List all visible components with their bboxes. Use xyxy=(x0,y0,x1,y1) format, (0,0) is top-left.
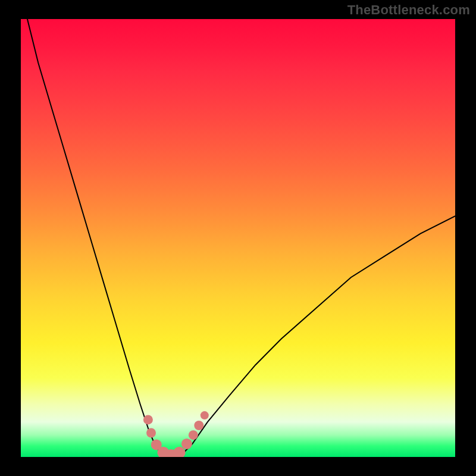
valley-marker xyxy=(181,439,192,449)
chart-frame: TheBottleneck.com xyxy=(0,0,476,476)
curve-left-branch xyxy=(27,19,162,455)
watermark-text: TheBottleneck.com xyxy=(347,2,470,18)
valley-marker xyxy=(194,421,203,430)
valley-marker xyxy=(143,415,153,424)
curve-layer xyxy=(21,19,455,457)
valley-marker xyxy=(189,430,198,440)
valley-marker xyxy=(146,428,156,438)
valley-marker xyxy=(173,447,185,457)
valley-marker xyxy=(201,411,209,419)
plot-area xyxy=(21,19,455,457)
curve-right-branch xyxy=(181,216,455,455)
